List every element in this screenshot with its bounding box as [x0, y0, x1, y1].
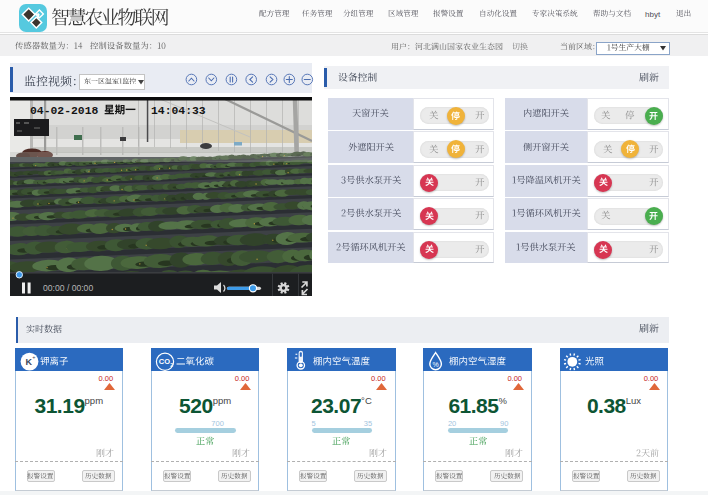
svg-text:04-02-2018: 04-02-2018: [30, 105, 99, 117]
svg-text:%: %: [433, 361, 439, 368]
svg-text:2: 2: [170, 362, 173, 368]
svg-text:+: +: [32, 354, 35, 360]
svg-text:CO: CO: [159, 357, 170, 366]
svg-text:00:00 / 00:00: 00:00 / 00:00: [43, 283, 93, 293]
svg-text:14:04:33: 14:04:33: [151, 105, 206, 117]
